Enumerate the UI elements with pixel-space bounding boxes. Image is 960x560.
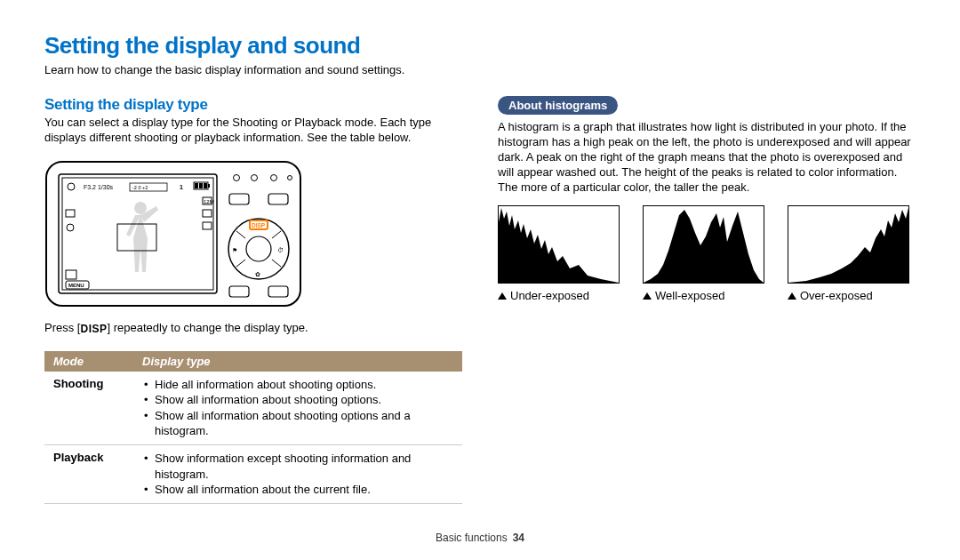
two-column-layout: Setting the display type You can select … bbox=[44, 96, 916, 504]
svg-text:⏱: ⏱ bbox=[277, 247, 284, 253]
triangle-icon bbox=[498, 292, 507, 300]
svg-rect-7 bbox=[195, 183, 198, 188]
list-item: Show all information about shooting opti… bbox=[155, 392, 453, 408]
histogram-paragraph: A histogram is a graph that illustrates … bbox=[498, 120, 916, 195]
left-column: Setting the display type You can select … bbox=[44, 96, 462, 504]
histogram-well: Well-exposed bbox=[643, 205, 763, 302]
histogram-label: Well-exposed bbox=[643, 289, 763, 302]
press-prefix: Press [ bbox=[44, 321, 80, 334]
th-mode: Mode bbox=[44, 351, 133, 372]
svg-point-16 bbox=[134, 202, 147, 214]
svg-rect-9 bbox=[204, 183, 207, 188]
svg-rect-6 bbox=[208, 184, 210, 188]
lcd-count: 1 bbox=[180, 184, 183, 190]
press-instruction: Press [DISP] repeatedly to change the di… bbox=[44, 321, 462, 335]
lcd-aperture: F3.2 1/30s bbox=[84, 184, 114, 190]
page-number: 34 bbox=[513, 532, 524, 544]
page-title: Setting the display and sound bbox=[44, 32, 916, 60]
well-exposed-graph bbox=[644, 206, 764, 283]
svg-point-21 bbox=[252, 174, 258, 180]
histogram-label: Over-exposed bbox=[788, 289, 908, 302]
mode-cell: Playback bbox=[44, 444, 133, 503]
svg-rect-24 bbox=[229, 194, 249, 204]
svg-rect-35 bbox=[229, 286, 249, 297]
over-exposed-graph bbox=[788, 206, 908, 283]
display-cell: Hide all information about shooting opti… bbox=[133, 372, 462, 445]
under-exposed-graph bbox=[499, 206, 619, 283]
histogram-label: Under-exposed bbox=[498, 289, 618, 302]
press-suffix: ] repeatedly to change the display type. bbox=[107, 321, 308, 334]
list-item: Show all information about shooting opti… bbox=[155, 408, 453, 439]
manual-page: Setting the display and sound Learn how … bbox=[0, 0, 960, 504]
camera-illustration: F3.2 1/30s -2 0 +2 1 12M bbox=[44, 158, 302, 309]
table-row: Shooting Hide all information about shoo… bbox=[44, 372, 462, 445]
svg-point-23 bbox=[288, 175, 292, 180]
histogram-row: Under-exposed Well-exposed bbox=[498, 205, 916, 302]
footer-section: Basic functions bbox=[436, 532, 508, 544]
triangle-icon bbox=[788, 292, 796, 300]
list-item: Show all information about the current f… bbox=[155, 482, 453, 498]
svg-point-27 bbox=[246, 236, 271, 261]
histogram-under: Under-exposed bbox=[498, 205, 618, 302]
svg-rect-36 bbox=[268, 286, 288, 297]
lcd-menu: MENU bbox=[68, 283, 84, 288]
disp-badge: DISP bbox=[80, 323, 107, 335]
display-type-table: Mode Display type Shooting Hide all info… bbox=[44, 351, 462, 504]
svg-point-20 bbox=[234, 174, 240, 180]
histogram-over: Over-exposed bbox=[788, 205, 908, 302]
svg-text:12M: 12M bbox=[204, 199, 214, 204]
svg-point-22 bbox=[271, 174, 277, 180]
list-item: Show information except shooting informa… bbox=[155, 451, 453, 482]
svg-rect-8 bbox=[199, 183, 203, 188]
page-footer: Basic functions34 bbox=[0, 532, 960, 544]
lcd-ev: -2 0 +2 bbox=[132, 185, 148, 190]
disp-button-label: DISP bbox=[252, 222, 266, 228]
svg-text:✿: ✿ bbox=[255, 271, 260, 277]
list-item: Hide all information about shooting opti… bbox=[155, 377, 453, 393]
th-display: Display type bbox=[133, 351, 462, 372]
section-paragraph: You can select a display type for the Sh… bbox=[44, 116, 462, 146]
right-column: About histograms A histogram is a graph … bbox=[498, 96, 916, 504]
svg-text:⚑: ⚑ bbox=[232, 247, 237, 253]
table-row: Playback Show information except shootin… bbox=[44, 444, 462, 503]
svg-rect-25 bbox=[268, 194, 288, 204]
section-heading: Setting the display type bbox=[44, 96, 462, 114]
intro-text: Learn how to change the basic display in… bbox=[44, 63, 916, 76]
triangle-icon bbox=[643, 292, 652, 300]
display-cell: Show information except shooting informa… bbox=[133, 444, 462, 503]
about-histograms-pill: About histograms bbox=[498, 96, 618, 115]
mode-cell: Shooting bbox=[44, 372, 133, 445]
